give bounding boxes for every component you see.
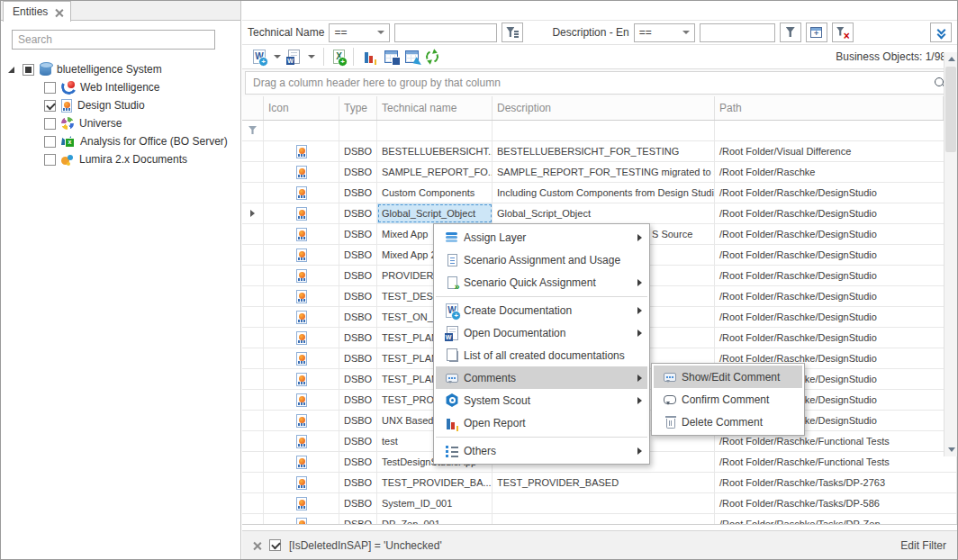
cell-type[interactable]: DSBO — [339, 452, 377, 472]
auto-filter-row[interactable] — [242, 121, 957, 141]
cell-path[interactable]: /Root Folder/Raschke/DesignStudio — [715, 307, 957, 327]
cell-icon[interactable] — [264, 224, 339, 244]
context-menu-item[interactable]: Create Documentation — [436, 296, 647, 321]
cell-type[interactable]: DSBO — [339, 390, 377, 410]
cell-description[interactable]: Including Custom Components from Design … — [493, 183, 715, 203]
table-row[interactable]: DSBO DP_Zen_001 /Root Folder/Raschke/Tas… — [242, 514, 957, 525]
cell-type[interactable]: DSBO — [339, 493, 377, 513]
group-by-drop-area[interactable]: Drag a column header here to group by th… — [245, 71, 954, 95]
cell-technical-name[interactable]: Custom Components — [377, 183, 493, 203]
tree-item-checkbox[interactable] — [44, 100, 56, 112]
context-menu-item[interactable]: Assign Layer — [436, 226, 647, 248]
cell-type[interactable]: DSBO — [339, 183, 377, 203]
filter-enabled-checkbox[interactable] — [269, 539, 281, 551]
cell-type[interactable]: DSBO — [339, 328, 377, 348]
tree-item[interactable]: Analysis for Office (BO Server) — [1, 132, 240, 150]
remove-filter-icon[interactable] — [253, 541, 261, 549]
context-menu-item[interactable]: System Scout — [436, 389, 647, 411]
column-header-path[interactable]: Path — [715, 96, 944, 120]
tree-item-root[interactable]: bluetelligence System — [1, 60, 240, 78]
context-menu-item[interactable]: Others — [436, 437, 647, 462]
cell-icon[interactable] — [264, 411, 339, 430]
context-menu-item[interactable]: Open Report — [436, 411, 647, 434]
column-header-type[interactable]: Type — [339, 96, 377, 120]
scroll-down-button[interactable] — [944, 443, 958, 456]
toolbar-button[interactable] — [422, 49, 442, 65]
cell-type[interactable]: DSBO — [339, 473, 377, 492]
table-row[interactable]: DSBO Custom Components Including Custom … — [242, 183, 957, 203]
toolbar-button[interactable] — [353, 48, 381, 66]
cell-icon[interactable] — [264, 141, 339, 161]
cell-path[interactable]: /Root Folder/Visual Difference — [715, 141, 957, 161]
toolbar-button[interactable] — [285, 48, 319, 66]
cell-icon[interactable] — [264, 183, 339, 203]
context-menu-item[interactable]: List of all created documentations — [436, 344, 647, 366]
submenu-item[interactable]: Confirm Comment — [654, 388, 802, 411]
cell-path[interactable]: /Root Folder/Raschke/DesignStudio — [715, 266, 957, 285]
cell-path[interactable]: /Root Folder/Raschke/DesignStudio — [715, 224, 957, 244]
submenu-item[interactable]: Show/Edit Comment — [654, 366, 802, 388]
table-row[interactable]: DSBO TEST_PROVIDER_BA... TEST_PROVIDER_B… — [242, 473, 957, 493]
submenu-item[interactable]: Delete Comment — [654, 411, 802, 433]
cell-description[interactable]: Global_Script_Object — [493, 203, 715, 223]
chevron-down-icon[interactable] — [274, 55, 281, 59]
table-row[interactable]: DSBO BESTELLUEBERSICHT... BESTELLUEBERSI… — [242, 141, 957, 162]
filter-cell[interactable] — [377, 121, 493, 140]
cell-type[interactable]: DSBO — [339, 514, 377, 525]
cell-icon[interactable] — [264, 286, 339, 306]
column-header-description[interactable]: Description — [493, 96, 715, 120]
cell-path[interactable]: /Root Folder/Raschke/DesignStudio — [715, 183, 957, 203]
cell-type[interactable]: DSBO — [339, 411, 377, 430]
cell-path[interactable]: /Root Folder/Raschke/Tasks/DP-Zen — [715, 514, 957, 525]
cell-technical-name[interactable]: DP_Zen_001 — [377, 514, 493, 525]
cell-icon[interactable] — [264, 514, 339, 525]
cell-path[interactable]: /Root Folder/Raschke/Functional Tests — [715, 452, 957, 472]
table-row[interactable]: DSBO Global_Script_Object Global_Script_… — [242, 203, 957, 224]
cell-icon[interactable] — [264, 348, 339, 368]
filter-cell[interactable] — [339, 121, 377, 140]
tree-item[interactable]: Universe — [1, 114, 240, 132]
clear-filter-button[interactable] — [832, 23, 854, 42]
expand-filters-button[interactable] — [930, 23, 952, 42]
column-header-icon[interactable]: Icon — [264, 96, 339, 120]
tab-entities[interactable]: Entities — [3, 1, 71, 22]
context-menu-item[interactable]: Open Documentation — [436, 321, 647, 344]
toolbar-button[interactable] — [381, 49, 402, 65]
filter1-operator-select[interactable]: == — [329, 23, 390, 42]
cell-type[interactable]: DSBO — [339, 348, 377, 368]
toolbar-button[interactable] — [323, 48, 348, 66]
tree-item[interactable]: Design Studio — [1, 96, 240, 114]
cell-description[interactable]: TEST_PROVIDER_BASED — [493, 473, 715, 492]
context-menu-item[interactable]: Scenario Assignment and Usage — [436, 248, 647, 271]
edit-filter-link[interactable]: Edit Filter — [900, 539, 946, 552]
filter1-value-input[interactable] — [394, 23, 497, 42]
customize-filter-button[interactable] — [806, 23, 827, 42]
cell-technical-name[interactable]: System_ID_001 — [377, 493, 493, 513]
toolbar-button[interactable] — [402, 49, 422, 65]
filter2-operator-select[interactable]: == — [634, 23, 695, 42]
cell-icon[interactable] — [264, 162, 339, 182]
cell-path[interactable]: /Root Folder/Raschke — [715, 162, 957, 182]
cell-icon[interactable] — [264, 328, 339, 348]
context-menu-item[interactable]: Scenario Quick Assignment — [436, 271, 647, 294]
cell-description[interactable]: BESTELLUEBERSICHT_FOR_TESTING — [493, 141, 715, 161]
cell-description[interactable] — [493, 514, 715, 525]
cell-type[interactable]: DSBO — [339, 266, 377, 285]
cell-technical-name[interactable]: TEST_PROVIDER_BA... — [377, 473, 493, 492]
root-checkbox[interactable] — [23, 64, 34, 76]
tree-item[interactable]: Lumira 2.x Documents — [1, 150, 240, 168]
tree-item-checkbox[interactable] — [44, 136, 56, 148]
tree-item[interactable]: Web Intelligence — [1, 78, 240, 96]
cell-icon[interactable] — [264, 390, 339, 410]
cell-technical-name[interactable]: Global_Script_Object — [377, 203, 493, 223]
filter2-value-input[interactable] — [700, 23, 775, 42]
tree-item-checkbox[interactable] — [44, 154, 56, 166]
tree-item-checkbox[interactable] — [44, 118, 56, 130]
chevron-down-icon[interactable] — [308, 55, 315, 59]
cell-description[interactable] — [493, 493, 715, 513]
filter-cell[interactable] — [264, 121, 339, 140]
cell-icon[interactable] — [264, 307, 339, 327]
cell-path[interactable]: /Root Folder/Raschke/DesignStudio — [715, 328, 957, 348]
scroll-up-button[interactable] — [944, 52, 958, 66]
cell-path[interactable]: /Root Folder/Raschke/DesignStudio — [715, 203, 957, 223]
